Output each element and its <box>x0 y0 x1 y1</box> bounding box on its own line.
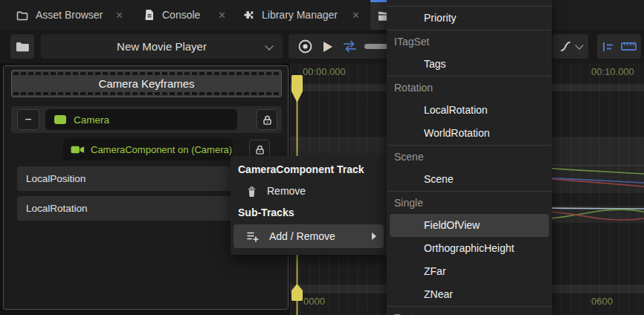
sequence-selector[interactable]: New Movie Player <box>41 34 283 59</box>
track-row-localposition[interactable]: LocalPosition <box>17 166 254 191</box>
lock-icon <box>262 114 273 126</box>
context-menu-section: Sub-Tracks <box>231 202 387 223</box>
context-menu-item-add-remove[interactable]: Add / Remove <box>234 224 384 248</box>
frame-end-label: 0600 <box>591 296 613 307</box>
close-icon[interactable]: ✕ <box>115 10 123 21</box>
playhead-flag-bottom <box>292 284 303 301</box>
submenu-item-priority[interactable]: Priority <box>387 7 552 30</box>
submenu-top-divider <box>387 0 552 7</box>
sequence-selector-value: New Movie Player <box>117 40 207 53</box>
submenu-item-orthographicheight[interactable]: OrthographicHeight <box>387 237 552 260</box>
frame-start-label: 0000 <box>303 296 325 307</box>
record-icon <box>297 39 313 54</box>
add-remove-label: Add / Remove <box>269 230 335 242</box>
ruler-icon <box>621 42 637 51</box>
add-list-icon <box>247 231 259 242</box>
track-row-cameracomponent[interactable]: CameraComponent on (Camera) <box>63 138 233 160</box>
collapse-button[interactable]: − <box>17 109 39 130</box>
video-camera-icon <box>71 145 85 155</box>
snap-align-button[interactable] <box>602 41 615 53</box>
track-row-camera[interactable]: − Camera <box>11 106 282 133</box>
cameracomponent-track-label: CameraComponent on (Camera) <box>91 144 232 155</box>
submenu-section-itagset: ITagSet <box>387 30 552 53</box>
context-menu-title: CameraComponent Track <box>231 159 387 180</box>
tab-label: Console <box>162 9 200 21</box>
submenu-item-tags[interactable]: Tags <box>387 53 552 76</box>
camera-keyframes-header[interactable]: Camera Keyframes <box>11 70 282 97</box>
context-menu-item-remove[interactable]: Remove <box>231 180 387 202</box>
puzzle-icon <box>242 10 254 21</box>
context-menu: CameraComponent Track Remove Sub-Tracks … <box>231 156 387 255</box>
tab-console[interactable]: Console ✕ <box>137 0 234 30</box>
play-button[interactable] <box>320 34 336 59</box>
play-icon <box>323 42 332 52</box>
tab-label: Asset Browser <box>36 9 103 21</box>
camera-track-pill[interactable]: Camera <box>45 109 237 130</box>
submenu-section-single: Single <box>387 191 552 214</box>
submenu-arrow-icon <box>372 233 376 240</box>
chevron-down-icon <box>265 42 273 50</box>
track-view-editor: { "colors": { "accent_green": "#9ecb45",… <box>0 0 644 315</box>
camera-keyframes-label: Camera Keyframes <box>98 77 194 90</box>
submenu-item-fieldofview[interactable]: FieldOfView <box>390 214 549 237</box>
ruler-end-time: 00:10.000 <box>591 66 634 77</box>
camera-track-label: Camera <box>74 114 109 126</box>
loop-icon <box>341 40 358 53</box>
minus-icon: − <box>25 113 31 126</box>
submenu-item-localrotation[interactable]: LocalRotation <box>387 99 552 122</box>
record-button[interactable] <box>294 34 315 59</box>
ruler-start-time: 00:00.000 <box>303 66 346 77</box>
localrotation-label: LocalRotation <box>26 203 88 214</box>
close-icon[interactable]: ✕ <box>352 10 360 21</box>
track-row-localrotation[interactable]: LocalRotation <box>17 196 254 221</box>
submenu-item-zfar[interactable]: ZFar <box>387 260 552 283</box>
folder-icon <box>16 41 30 53</box>
chevron-down-icon <box>575 41 583 49</box>
loop-button[interactable] <box>339 34 360 59</box>
view-mode-controls <box>597 34 641 59</box>
entity-color-swatch <box>54 115 66 124</box>
folder-outline-icon <box>16 10 28 21</box>
align-left-icon <box>602 41 615 53</box>
close-icon[interactable]: ✕ <box>218 10 226 21</box>
submenu-section-scene: Scene <box>387 145 552 168</box>
submenu-section-rotation: Rotation <box>387 76 552 99</box>
localposition-label: LocalPosition <box>26 173 86 184</box>
ruler-button[interactable] <box>621 42 637 51</box>
open-sequence-button[interactable] <box>10 34 34 59</box>
tab-label: Library Manager <box>262 9 338 21</box>
submenu-item-znear[interactable]: ZNear <box>387 283 552 306</box>
add-remove-submenu: Priority ITagSet Tags Rotation LocalRota… <box>387 0 552 315</box>
tab-library-manager[interactable]: Library Manager ✕ <box>235 0 367 30</box>
remove-label: Remove <box>267 185 306 197</box>
playhead-flag-top <box>292 75 303 103</box>
ease-curve-icon <box>559 40 572 53</box>
submenu-item-worldrotation[interactable]: WorldRotation <box>387 122 552 145</box>
submenu-item-scene[interactable]: Scene <box>387 168 552 191</box>
lock-button[interactable] <box>257 109 277 130</box>
submenu-section-texture: Texture <box>387 306 552 315</box>
trash-icon <box>247 186 257 197</box>
lock-icon <box>254 144 265 155</box>
tab-asset-browser[interactable]: Asset Browser ✕ <box>9 0 131 30</box>
document-icon <box>144 9 155 21</box>
curve-type-selector[interactable] <box>553 34 588 59</box>
